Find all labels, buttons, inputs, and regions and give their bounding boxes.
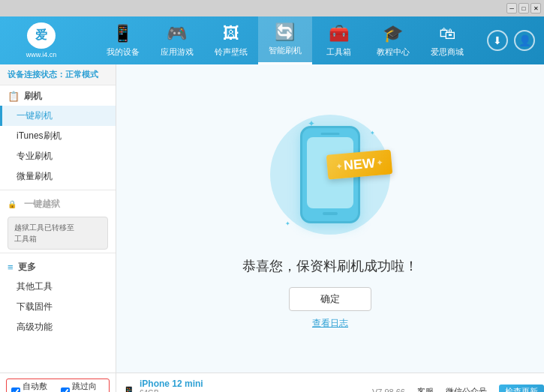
sparkle-1: ✦ [308, 118, 315, 129]
flash-section-icon: 📋 [8, 91, 20, 102]
logo[interactable]: 爱 www.i4.cn [0, 16, 83, 64]
nav-toolbox-label: 工具箱 [326, 46, 351, 58]
jailbreak-note: 越狱工具已转移至工具箱 [8, 217, 108, 250]
device-row: 自动敷送 跳过向导 📱 iPhone 12 mini 64GB Down-12m… [0, 373, 544, 392]
confirm-button[interactable]: 确定 [289, 287, 371, 311]
nav-device-label: 我的设备 [107, 46, 140, 58]
lock-icon: 🔒 [8, 200, 17, 208]
more-section-title: 更多 [18, 261, 36, 274]
bottom-right-info: V7.98.66 客服 微信公众号 检查更新 [372, 385, 544, 392]
sidebar: 设备连接状态：正常模式 📋 刷机 一键刷机 iTunes刷机 专业刷机 微量刷机 [0, 64, 116, 373]
success-message: 恭喜您，保资料刷机成功啦！ [242, 257, 418, 275]
section-jailbreak-header: 🔒 一键越狱 [0, 193, 116, 214]
pro-flash-label: 专业刷机 [17, 150, 53, 163]
device-phone-icon: 📱 [122, 386, 135, 393]
other-tools-label: 其他工具 [17, 280, 53, 293]
download-btn[interactable]: ⬇ [487, 30, 508, 51]
skip-wizard-checkbox[interactable] [61, 388, 70, 393]
close-btn[interactable]: ✕ [530, 3, 541, 13]
minimize-btn[interactable]: ─ [506, 3, 517, 13]
connection-status: 设备连接状态：正常模式 [0, 64, 116, 85]
logo-icon: 爱 [27, 22, 56, 49]
status-value: 正常模式 [65, 70, 98, 79]
log-link[interactable]: 查看日志 [312, 317, 348, 330]
more-section-icon: ≡ [8, 262, 14, 273]
main-content: NEW ✦ ✦ ✦ 恭喜您，保资料刷机成功啦！ 确定 查看日志 [116, 64, 544, 373]
wechat-link[interactable]: 微信公众号 [446, 386, 487, 392]
header-right-buttons: ⬇ 👤 [487, 30, 544, 51]
nav-device-icon: 📱 [113, 24, 133, 43]
confirm-button-label: 确定 [320, 292, 340, 306]
checkbox-section: 自动敷送 跳过向导 [0, 373, 116, 392]
download-firmware-label: 下载固件 [17, 301, 53, 313]
customer-service-link[interactable]: 客服 [417, 386, 434, 392]
nav-flash-label: 智能刷机 [269, 45, 302, 56]
check-update-button[interactable]: 检查更新 [499, 385, 544, 392]
one-click-flash-label: 一键刷机 [17, 109, 53, 122]
device-info: 📱 iPhone 12 mini 64GB Down-12mini-13,1 [116, 377, 209, 393]
status-prefix: 设备连接状态： [8, 70, 65, 79]
nav-wallpaper[interactable]: 🖼 铃声壁纸 [204, 16, 258, 64]
sidebar-item-download-firmware[interactable]: 下载固件 [0, 297, 116, 317]
auto-send-checkbox[interactable] [11, 388, 20, 393]
jailbreak-note-text: 越狱工具已转移至工具箱 [14, 223, 74, 243]
sparkle-2: ✦ [370, 130, 375, 136]
nav-tutorial-label: 教程中心 [377, 46, 410, 58]
sidebar-item-micro-flash[interactable]: 微量刷机 [0, 166, 116, 187]
sidebar-section-more: ≡ 更多 其他工具 下载固件 高级功能 [0, 256, 116, 337]
nav-smart-flash[interactable]: 🔄 智能刷机 [258, 16, 312, 64]
nav-bar: 📱 我的设备 🎮 应用游戏 🖼 铃声壁纸 🔄 智能刷机 🧰 工具箱 🎓 教程中心… [83, 16, 487, 64]
new-badge-text: NEW [343, 155, 376, 174]
check-update-label: 检查更新 [505, 387, 538, 392]
advanced-label: 高级功能 [17, 321, 53, 334]
nav-tutorial-icon: 🎓 [383, 24, 403, 43]
sidebar-section-jailbreak: 🔒 一键越狱 越狱工具已转移至工具箱 [0, 193, 116, 250]
nav-apps-games[interactable]: 🎮 应用游戏 [150, 16, 204, 64]
section-flash-header: 📋 刷机 [0, 85, 116, 106]
bottom-area: 自动敷送 跳过向导 📱 iPhone 12 mini 64GB Down-12m… [0, 373, 544, 392]
logo-url: www.i4.cn [26, 51, 57, 58]
maximize-btn[interactable]: □ [518, 3, 529, 13]
main-layout: 设备连接状态：正常模式 📋 刷机 一键刷机 iTunes刷机 专业刷机 微量刷机 [0, 64, 544, 373]
sidebar-item-one-click-flash[interactable]: 一键刷机 [0, 106, 116, 126]
nav-shop-icon: 🛍 [439, 24, 455, 43]
nav-shop-label: 爱思商城 [431, 46, 464, 58]
nav-wallpaper-icon: 🖼 [223, 24, 239, 43]
nav-toolbox-icon: 🧰 [329, 24, 349, 43]
skip-wizard-label: 跳过向导 [72, 381, 104, 393]
nav-tutorial[interactable]: 🎓 教程中心 [366, 16, 420, 64]
jailbreak-section-title: 一键越狱 [24, 198, 60, 211]
device-details-block: iPhone 12 mini 64GB Down-12mini-13,1 [140, 379, 203, 393]
device-name: iPhone 12 mini [140, 379, 203, 389]
sidebar-item-itunes-flash[interactable]: iTunes刷机 [0, 126, 116, 146]
sparkle-3: ✦ [285, 220, 290, 227]
flash-section-title: 刷机 [24, 90, 42, 103]
nav-toolbox[interactable]: 🧰 工具箱 [312, 16, 366, 64]
sidebar-item-other-tools[interactable]: 其他工具 [0, 277, 116, 297]
skip-wizard-checkbox-label[interactable]: 跳过向导 [61, 381, 104, 393]
phone-speaker [321, 133, 340, 135]
checkbox-outline-box: 自动敷送 跳过向导 [6, 379, 110, 393]
micro-flash-label: 微量刷机 [17, 170, 53, 183]
user-btn[interactable]: 👤 [514, 30, 535, 51]
title-bar: ─ □ ✕ [0, 0, 544, 16]
divider-2 [0, 253, 116, 253]
header: 爱 www.i4.cn 📱 我的设备 🎮 应用游戏 🖼 铃声壁纸 🔄 智能刷机 … [0, 16, 544, 64]
auto-send-label: 自动敷送 [23, 381, 55, 393]
device-storage: 64GB [140, 389, 203, 393]
sidebar-item-pro-flash[interactable]: 专业刷机 [0, 146, 116, 166]
nav-apps-label: 应用游戏 [161, 46, 194, 58]
phone-home-btn [323, 212, 338, 215]
sidebar-item-advanced[interactable]: 高级功能 [0, 317, 116, 337]
itunes-flash-label: iTunes刷机 [17, 130, 62, 142]
nav-shop[interactable]: 🛍 爱思商城 [420, 16, 474, 64]
version-text: V7.98.66 [372, 388, 405, 393]
nav-wallpaper-label: 铃声壁纸 [215, 46, 248, 58]
nav-apps-icon: 🎮 [167, 24, 187, 43]
section-more-header: ≡ 更多 [0, 256, 116, 277]
auto-send-checkbox-label[interactable]: 自动敷送 [11, 381, 55, 393]
nav-my-device[interactable]: 📱 我的设备 [96, 16, 150, 64]
divider-1 [0, 190, 116, 190]
nav-flash-icon: 🔄 [275, 22, 295, 42]
success-illustration: NEW ✦ ✦ ✦ [263, 107, 398, 242]
